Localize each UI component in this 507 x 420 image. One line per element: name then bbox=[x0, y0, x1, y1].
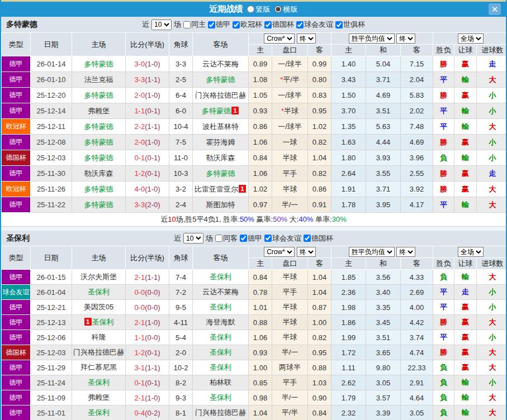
result-handicap: 走 bbox=[454, 285, 477, 300]
match-date: 25-12-11 bbox=[31, 119, 72, 135]
result-wdl: 平 bbox=[433, 197, 454, 213]
team-name: 圣保利 bbox=[210, 363, 231, 371]
filter-league[interactable]: 球会友谊 bbox=[296, 20, 333, 30]
avg-draw: 3.56 bbox=[366, 270, 401, 285]
filter-league[interactable]: 德甲 bbox=[240, 233, 262, 244]
filter-league[interactable]: 球会友谊 bbox=[264, 233, 301, 244]
league-checkbox[interactable] bbox=[240, 235, 247, 242]
match-row: 德甲25-11-09弗赖堡2-1(1-0)9-3圣保利0.98半/一0.901.… bbox=[2, 390, 507, 405]
filter-league[interactable]: 世俱杯 bbox=[335, 20, 365, 30]
result-handicap: 赢 bbox=[454, 88, 477, 103]
home-team: 科隆 bbox=[72, 330, 126, 345]
filter-league[interactable]: 德国杯 bbox=[304, 233, 333, 244]
corner-count: 2-5 bbox=[169, 72, 193, 88]
scope-select[interactable]: 全场 bbox=[458, 34, 484, 44]
same-venue-checkbox[interactable] bbox=[183, 21, 191, 28]
filter-same-venue[interactable]: 同客 bbox=[215, 233, 238, 244]
col-score: 比分(半场) bbox=[126, 33, 169, 56]
team-name: 圣保利 bbox=[210, 393, 231, 402]
subcol-handicap: 盘口 bbox=[272, 45, 308, 56]
odds-away: 0.82 bbox=[308, 166, 331, 182]
competition-badge: 德甲 bbox=[2, 405, 31, 420]
home-team: 门兴格拉德巴赫 bbox=[72, 345, 126, 360]
away-team: 圣保利 bbox=[193, 300, 249, 315]
score-cell: 3-1(1-1) bbox=[126, 360, 169, 375]
team-name: 多特蒙德 bbox=[84, 154, 113, 162]
result-char: 赢 bbox=[462, 91, 469, 99]
filter-league[interactable]: 德国杯 bbox=[264, 20, 294, 30]
match-row: 德甲25-12-06科隆1-1(0-0)5-4圣保利1.06半球0.821.99… bbox=[2, 330, 507, 345]
avg-draw: 3.45 bbox=[366, 315, 401, 330]
result-wdl: 勝 bbox=[433, 182, 454, 197]
competition-badge: 德甲 bbox=[2, 56, 31, 72]
match-date: 25-12-14 bbox=[31, 103, 72, 119]
same-venue-checkbox[interactable] bbox=[215, 235, 222, 242]
summary-segment: 单率: bbox=[313, 215, 331, 223]
avg-draw: 3.40 bbox=[366, 285, 401, 300]
layout-horizontal-option[interactable]: 横版 bbox=[274, 4, 298, 15]
odds-away: 0.90 bbox=[308, 390, 331, 405]
result-wdl: 平 bbox=[433, 72, 454, 88]
odds-away: 0.80 bbox=[308, 72, 331, 88]
match-row: 德甲25-11-24圣保利0-1(0-1)8-2柏林联0.85平手1.032.6… bbox=[2, 375, 507, 390]
close-button[interactable]: ✕ bbox=[489, 3, 501, 15]
competition-badge: 德甲 bbox=[2, 88, 31, 103]
odds-away: 1.00 bbox=[308, 315, 331, 330]
avg-away: 2.69 bbox=[401, 285, 433, 300]
away-team: 海登海默 bbox=[193, 315, 249, 330]
avg-home: 3.43 bbox=[331, 72, 366, 88]
subcol-avg-home: 主 bbox=[331, 45, 366, 56]
result-char: 勝 bbox=[440, 60, 447, 68]
result-char: 勝 bbox=[440, 348, 447, 356]
score-cell: 3-0(1-0) bbox=[126, 56, 169, 72]
avg-select[interactable]: 胜平负均值 bbox=[349, 247, 395, 257]
match-count-select[interactable]: 10 bbox=[151, 20, 172, 30]
league-checkbox[interactable] bbox=[264, 235, 272, 242]
home-team: 法兰克福 bbox=[72, 72, 126, 88]
team-name: 多特蒙德 bbox=[84, 60, 113, 68]
layout-vertical-option[interactable]: 竖版 bbox=[247, 4, 271, 15]
avg-select[interactable]: 胜平负均值 bbox=[349, 34, 395, 44]
team-name: 弗赖堡 bbox=[88, 393, 110, 402]
team-name: 弗赖堡 bbox=[88, 107, 110, 115]
league-checkbox[interactable] bbox=[233, 21, 240, 28]
result-wdl: 負 bbox=[433, 390, 454, 405]
odds-company-select[interactable]: Crow* bbox=[264, 247, 295, 257]
avg-stage-select[interactable]: 终 bbox=[396, 34, 415, 44]
filter-league[interactable]: 德甲 bbox=[208, 20, 230, 30]
summary-segment: 场,胜5平4负1, 胜率: bbox=[176, 215, 240, 223]
horizontal-radio[interactable] bbox=[274, 6, 282, 13]
league-label: 德甲 bbox=[248, 233, 262, 244]
league-checkbox[interactable] bbox=[264, 21, 272, 28]
result-char: 赢 bbox=[462, 169, 469, 178]
vertical-radio[interactable] bbox=[247, 6, 254, 13]
halftime-score: (0-1) bbox=[145, 349, 160, 357]
filter-league[interactable]: 欧冠杯 bbox=[233, 20, 262, 30]
filter-same-venue[interactable]: 同主 bbox=[183, 20, 206, 30]
result-char: 勝 bbox=[440, 169, 447, 178]
team-name: 拜仁慕尼黑 bbox=[80, 363, 117, 371]
score-cell: 1-2(0-1) bbox=[126, 345, 169, 360]
result-wdl: 勝 bbox=[433, 56, 454, 72]
avg-draw: 5.63 bbox=[366, 119, 401, 135]
league-checkbox[interactable] bbox=[208, 21, 215, 28]
league-checkbox[interactable] bbox=[304, 235, 311, 242]
league-checkbox[interactable] bbox=[296, 21, 304, 28]
odds-home: 0.93 bbox=[249, 345, 272, 360]
match-count-select[interactable]: 10 bbox=[183, 233, 203, 244]
result-goals: 小 bbox=[477, 135, 507, 150]
result-handicap: 赢 bbox=[454, 360, 477, 375]
league-checkbox[interactable] bbox=[335, 21, 343, 28]
col-home: 主场 bbox=[72, 246, 126, 270]
avg-away: 4.00 bbox=[401, 300, 433, 315]
match-row: 德甲26-01-10法兰克福3-3(1-1)2-5多特蒙德1.08*平/半0.8… bbox=[2, 72, 507, 88]
odds-company-select[interactable]: Crow* bbox=[264, 34, 295, 44]
odds-stage-select[interactable]: 终 bbox=[297, 247, 316, 257]
match-row: 德国杯25-12-03多特蒙德0-1(0-1)11-0勒沃库森0.84半球1.0… bbox=[2, 150, 507, 166]
match-date: 25-11-22 bbox=[31, 197, 72, 213]
scope-select[interactable]: 全场 bbox=[458, 247, 484, 257]
handicap: 平手 bbox=[272, 375, 308, 390]
avg-stage-select[interactable]: 终 bbox=[396, 247, 415, 257]
odds-stage-select[interactable]: 终 bbox=[297, 34, 316, 44]
away-team: 云达不莱梅 bbox=[193, 56, 249, 72]
